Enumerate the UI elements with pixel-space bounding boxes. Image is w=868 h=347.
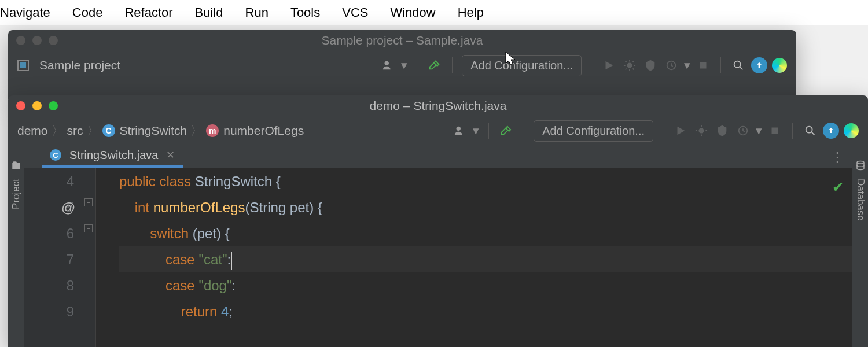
breadcrumb[interactable]: demo 〉 src 〉 C StringSwitch 〉 m numberOf…	[17, 123, 304, 139]
add-configuration-button[interactable]: Add Configuration...	[534, 120, 653, 142]
annotation-icon: @	[61, 194, 75, 220]
project-name[interactable]: Sample project	[39, 58, 120, 72]
update-icon[interactable]	[751, 57, 767, 73]
window-controls	[16, 101, 58, 110]
coverage-icon[interactable]	[714, 123, 730, 139]
fold-gutter[interactable]: − −	[82, 168, 96, 347]
foreground-window: demo – StringSwitch.java demo 〉 src 〉 C …	[8, 95, 868, 347]
add-configuration-button[interactable]: Add Configuration...	[462, 55, 582, 76]
mouse-cursor-icon	[505, 51, 516, 68]
menu-code[interactable]: Code	[72, 5, 103, 20]
users-icon[interactable]	[452, 123, 468, 139]
method-icon: m	[206, 124, 219, 137]
svg-point-0	[385, 61, 389, 65]
menu-run[interactable]: Run	[245, 5, 269, 20]
profile-icon[interactable]	[663, 57, 679, 73]
more-icon[interactable]: ⋮	[831, 150, 845, 165]
window-title: demo – StringSwitch.java	[370, 99, 507, 113]
project-tool-icon[interactable]	[11, 160, 21, 173]
code-lines[interactable]: ✔ public class StringSwitch { int number…	[96, 168, 852, 347]
tab-label: StringSwitch.java	[69, 149, 158, 162]
background-window: Sample project – Sample.java Sample proj…	[8, 30, 796, 99]
line-number: 8	[24, 272, 74, 298]
breadcrumb-item[interactable]: demo	[17, 124, 48, 138]
svg-point-5	[457, 127, 461, 131]
breadcrumb-item[interactable]: src	[67, 124, 83, 138]
inspection-ok-icon[interactable]: ✔	[832, 174, 844, 200]
fold-toggle-icon[interactable]: −	[84, 198, 93, 206]
stop-icon[interactable]	[767, 123, 783, 139]
run-icon[interactable]	[601, 57, 617, 73]
text-caret	[231, 252, 232, 270]
menu-tools[interactable]: Tools	[290, 5, 320, 20]
close-icon[interactable]	[16, 101, 25, 110]
line-number: 9	[24, 298, 74, 324]
svg-point-6	[698, 128, 704, 133]
fold-toggle-icon[interactable]: −	[84, 224, 93, 232]
right-tool-window-bar[interactable]: Database	[852, 145, 868, 347]
menu-help[interactable]: Help	[458, 5, 484, 20]
debug-icon[interactable]	[621, 57, 638, 73]
menu-navigate[interactable]: Navigate	[0, 5, 50, 20]
svg-rect-10	[12, 163, 20, 169]
menu-build[interactable]: Build	[195, 5, 223, 20]
class-icon: C	[50, 149, 61, 161]
code-editor[interactable]: 4 5 6 7 8 9 − − ✔ public class StringSwi…	[24, 168, 852, 347]
editor-tabs: C StringSwitch.java ✕ ⋮	[24, 145, 852, 168]
svg-point-1	[627, 62, 632, 68]
breadcrumb-item[interactable]: numberOfLegs	[223, 124, 304, 138]
minimize-icon[interactable]	[32, 36, 42, 45]
window-controls	[16, 36, 58, 45]
project-icon	[17, 60, 29, 71]
close-icon[interactable]	[16, 36, 25, 45]
svg-point-4	[734, 61, 741, 68]
profile-icon[interactable]	[735, 123, 751, 139]
database-tool-label[interactable]: Database	[855, 179, 866, 221]
stop-icon[interactable]	[695, 57, 711, 73]
build-icon[interactable]	[498, 123, 514, 139]
jetbrains-icon[interactable]	[772, 58, 787, 73]
update-icon[interactable]	[823, 123, 839, 139]
class-icon: C	[102, 124, 115, 137]
menu-refactor[interactable]: Refactor	[124, 5, 172, 20]
users-icon[interactable]	[380, 57, 396, 73]
main-toolbar: demo 〉 src 〉 C StringSwitch 〉 m numberOf…	[8, 116, 868, 145]
run-icon[interactable]	[672, 123, 689, 139]
titlebar: Sample project – Sample.java	[8, 30, 796, 51]
editor-tab[interactable]: C StringSwitch.java ✕	[42, 145, 183, 168]
search-icon[interactable]	[730, 57, 746, 73]
chevron-right-icon: 〉	[52, 123, 64, 139]
chevron-right-icon: 〉	[87, 123, 99, 139]
svg-point-9	[806, 127, 812, 133]
macos-menubar: Navigate Code Refactor Build Run Tools V…	[0, 0, 868, 25]
line-number: 6	[24, 220, 74, 246]
zoom-icon[interactable]	[49, 101, 58, 110]
zoom-icon[interactable]	[49, 36, 58, 45]
breadcrumb-item[interactable]: StringSwitch	[120, 124, 187, 138]
svg-rect-3	[700, 62, 707, 69]
project-tool-label[interactable]: Project	[10, 179, 22, 209]
editor-area: Project C StringSwitch.java ✕ ⋮ 4 5 6 7 …	[8, 145, 868, 347]
svg-point-11	[857, 161, 864, 164]
line-number: 7	[24, 246, 74, 272]
jetbrains-icon[interactable]	[844, 123, 859, 138]
debug-icon[interactable]	[693, 123, 709, 139]
left-tool-window-bar[interactable]: Project	[8, 145, 24, 347]
minimize-icon[interactable]	[32, 101, 42, 110]
coverage-icon[interactable]	[642, 57, 659, 73]
menu-window[interactable]: Window	[390, 5, 435, 20]
svg-rect-8	[772, 128, 778, 134]
window-title: Sample project – Sample.java	[322, 34, 483, 47]
chevron-right-icon: 〉	[190, 123, 203, 139]
search-icon[interactable]	[802, 123, 818, 139]
close-tab-icon[interactable]: ✕	[166, 149, 175, 161]
line-number: 4	[24, 168, 74, 194]
titlebar: demo – StringSwitch.java	[8, 95, 868, 116]
menu-vcs[interactable]: VCS	[342, 5, 368, 20]
database-tool-icon[interactable]	[855, 160, 866, 173]
main-toolbar: Sample project ▾ Add Configuration... ▾	[8, 51, 796, 80]
build-icon[interactable]	[426, 57, 443, 73]
